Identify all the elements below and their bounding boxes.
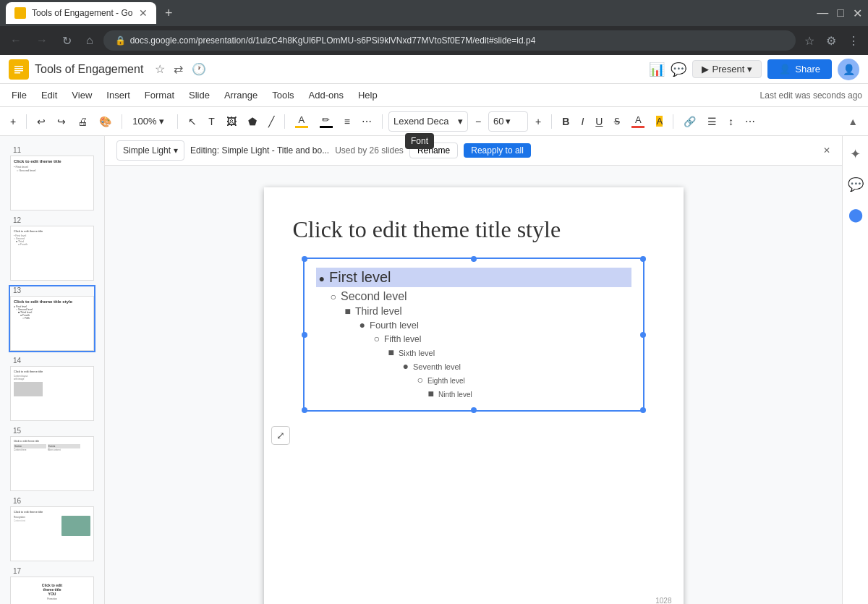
reapply-button[interactable]: Reapply to all	[464, 143, 531, 158]
line-spacing-button[interactable]: ↕	[724, 113, 738, 130]
slide-thumbnail-11[interactable]: 11 Click to edit theme title • First lev…	[9, 145, 95, 212]
highlight-button[interactable]: A	[652, 113, 667, 129]
add-element-button[interactable]: +	[6, 113, 20, 130]
handle-top-left[interactable]	[302, 256, 307, 262]
theme-dropdown-icon: ▾	[174, 145, 178, 156]
user-avatar[interactable]: 👤	[838, 59, 859, 80]
document-title[interactable]: Tools of Engagement	[35, 63, 143, 76]
explore-sidebar-icon[interactable]: ✦	[846, 142, 865, 166]
handle-bottom-middle[interactable]	[471, 407, 477, 413]
shapes-button[interactable]: ⬟	[244, 113, 261, 130]
slide-inner-15: Click to edit theme title Section Conten…	[10, 436, 94, 491]
menu-help[interactable]: Help	[352, 87, 383, 103]
slide-thumbnail-12[interactable]: 12 Click to edit theme title • First lev…	[9, 215, 95, 282]
banner-close-button[interactable]: ✕	[823, 145, 830, 156]
redo-button[interactable]: ↪	[53, 113, 70, 130]
minimize-button[interactable]: —	[817, 7, 828, 20]
italic-button[interactable]: I	[576, 113, 588, 130]
slide-canvas[interactable]: Click to edit theme title style	[264, 187, 684, 604]
level-6-bullet: ■	[388, 346, 394, 358]
back-button[interactable]: ←	[6, 31, 26, 50]
menu-view[interactable]: View	[66, 87, 98, 103]
share-button[interactable]: 👤 Share	[767, 59, 832, 79]
background-color-button[interactable]: A	[291, 111, 312, 131]
align-button[interactable]: ☰	[703, 113, 721, 130]
handle-bottom-right[interactable]	[640, 407, 646, 413]
transform-button[interactable]: ⤢	[271, 426, 290, 445]
menu-insert[interactable]: Insert	[101, 87, 136, 103]
star-button[interactable]: ☆	[152, 59, 168, 79]
font-selector[interactable]: Lexend Deca ▾	[388, 111, 468, 132]
font-size-selector[interactable]: 60 ▾	[488, 111, 528, 132]
menu-icon[interactable]: ⋮	[845, 31, 862, 51]
slide-thumbnail-14[interactable]: 14 Click to edit theme title Content lay…	[9, 355, 95, 422]
cursor-mode-button[interactable]: ↖	[184, 113, 201, 130]
line-button[interactable]: ╱	[264, 113, 278, 130]
comment-sidebar-icon[interactable]: 💬	[843, 172, 868, 197]
menu-edit[interactable]: Edit	[35, 87, 63, 103]
toolbar-separator-1	[26, 114, 27, 129]
maximize-button[interactable]: □	[837, 7, 844, 20]
link-button[interactable]: 🔗	[679, 113, 700, 130]
slide-thumbnail-13[interactable]: 13 Click to edit theme title style ● Fir…	[9, 285, 95, 352]
handle-bottom-left[interactable]	[302, 407, 307, 413]
title-actions: ☆ ⇄ 🕐	[152, 59, 209, 79]
theme-selector[interactable]: Simple Light ▾	[116, 140, 184, 161]
decrease-font-button[interactable]: −	[471, 113, 485, 130]
toolbar-expand-button[interactable]: ▲	[843, 113, 862, 130]
close-button[interactable]: ✕	[853, 7, 862, 20]
forward-button[interactable]: →	[32, 31, 52, 50]
bg-color-bar	[295, 126, 308, 128]
strikethrough-button[interactable]: S̶	[610, 113, 624, 129]
history-button[interactable]: 🕐	[189, 59, 209, 79]
print-button[interactable]: 🖨	[73, 113, 92, 130]
slide-thumbnail-17[interactable]: 17 Click to edittheme titleYOU Promotion	[9, 566, 95, 604]
new-tab-button[interactable]: +	[162, 3, 176, 24]
chat-sidebar-icon[interactable]: ⬤	[844, 203, 867, 227]
chrome-titlebar: Tools of Engagement - Google S... ✕ + — …	[0, 0, 868, 26]
slide-thumbnail-16[interactable]: 16 Click to edit theme title Recognition…	[9, 495, 95, 563]
reload-button[interactable]: ↻	[58, 31, 76, 51]
home-button[interactable]: ⌂	[82, 31, 98, 50]
menu-tools[interactable]: Tools	[266, 87, 299, 103]
undo-button[interactable]: ↩	[33, 113, 50, 130]
url-bar[interactable]: 🔒 docs.google.com/presentation/d/1ulzC4h…	[103, 30, 796, 51]
increase-font-button[interactable]: +	[531, 113, 545, 130]
bookmark-button[interactable]: ☆	[801, 31, 817, 51]
border-color-button[interactable]: ✏	[315, 111, 337, 131]
toolbar-separator-5	[382, 114, 383, 129]
image-button[interactable]: 🖼	[222, 113, 241, 130]
extensions-icon[interactable]: ⚙	[823, 31, 839, 51]
menu-format[interactable]: Format	[139, 87, 180, 103]
level-4-text: Fourth level	[370, 320, 419, 331]
menu-file[interactable]: File	[6, 87, 33, 103]
menu-arrange[interactable]: Arrange	[218, 87, 263, 103]
accessibility-icon[interactable]: 📊	[649, 61, 665, 77]
active-tab[interactable]: Tools of Engagement - Google S... ✕	[6, 2, 156, 24]
zoom-selector[interactable]: 100% ▾	[128, 113, 171, 129]
border-dash-button[interactable]: ⋯	[357, 113, 376, 130]
bold-button[interactable]: B	[558, 113, 574, 130]
more-button[interactable]: ⋯	[741, 113, 760, 130]
slide-thumbnail-15[interactable]: 15 Click to edit theme title Section Con…	[9, 425, 95, 493]
menu-addons[interactable]: Add-ons	[303, 87, 349, 103]
handle-right-middle[interactable]	[640, 332, 646, 338]
toolbar: + ↩ ↪ 🖨 🎨 100% ▾ ↖ T 🖼 ⬟ ╱ A ✏ ≡ ⋯	[0, 107, 868, 136]
level-2-text: Second level	[341, 290, 407, 303]
level-3-text: Third level	[355, 305, 402, 317]
border-weight-button[interactable]: ≡	[340, 113, 354, 130]
handle-top-right[interactable]	[640, 256, 646, 262]
handle-top-middle[interactable]	[471, 256, 477, 262]
slide-body-container[interactable]: ● First level ○ Second level ■	[281, 258, 666, 412]
text-color-button[interactable]: A	[627, 111, 649, 131]
editing-used-by: Used by 26 slides	[335, 145, 404, 156]
move-button[interactable]: ⇄	[171, 59, 186, 79]
paint-format-button[interactable]: 🎨	[95, 113, 116, 130]
underline-button[interactable]: U	[591, 113, 607, 130]
handle-left-middle[interactable]	[302, 332, 307, 338]
menu-slide[interactable]: Slide	[183, 87, 216, 103]
comment-icon[interactable]: 💬	[671, 61, 686, 77]
tab-close-button[interactable]: ✕	[139, 7, 148, 19]
text-tool-button[interactable]: T	[204, 113, 219, 130]
present-button[interactable]: ▶ Present ▾	[692, 60, 762, 78]
